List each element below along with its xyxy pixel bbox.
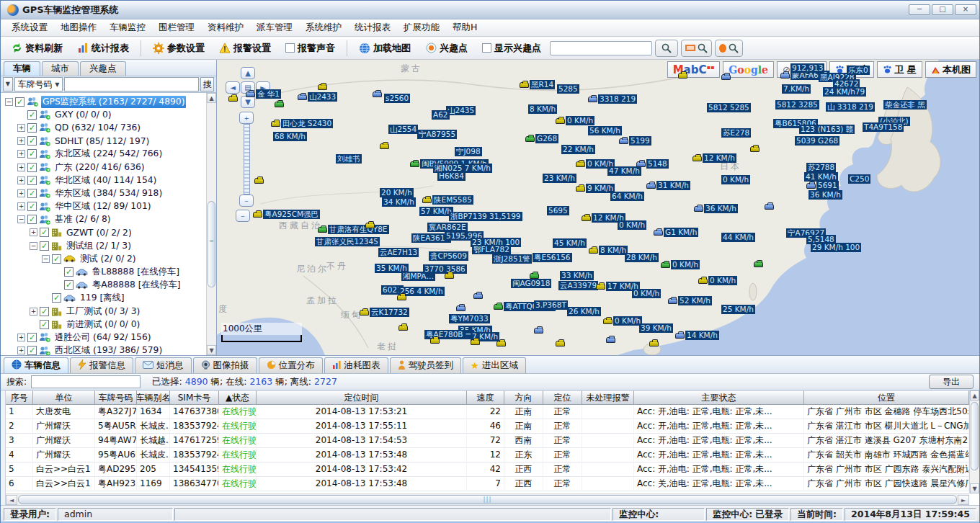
vehicle-marker[interactable]: 5695	[547, 206, 569, 215]
vehicle-marker[interactable]: 5199	[619, 136, 651, 146]
vehicle-marker[interactable]: 黑R14	[520, 80, 555, 89]
menu-item[interactable]: 帮助H	[446, 20, 484, 35]
vehicle-marker[interactable]: 山2435	[446, 106, 476, 115]
vehicle-marker[interactable]: 123 (N163) 赣	[799, 125, 855, 134]
vehicle-marker[interactable]: 田心龙 S2430	[271, 119, 333, 128]
scroll-up-icon[interactable]: ▲	[207, 93, 216, 103]
vehicle-marker[interactable]: 36 KM/h	[694, 204, 738, 213]
pan-up-button[interactable]: ▲	[241, 67, 255, 79]
vehicle-marker[interactable]: H6K84	[437, 171, 466, 181]
vehicle-marker[interactable]: 42672	[833, 79, 860, 89]
vehicle-marker[interactable]: 3.P368T	[534, 300, 568, 310]
tree-item[interactable]: ✓119 [离线]	[2, 292, 216, 305]
vehicle-marker[interactable]: 金 华1	[246, 89, 281, 99]
vehicle-marker[interactable]	[456, 305, 466, 311]
map-canvas[interactable]: ▲ ◄ ▤ ► ▼ ＋ － － MabC▪▪Google⊘卫星图百 度卫 星本机…	[217, 60, 979, 355]
tab-油耗图表[interactable]: 油耗图表	[324, 357, 388, 373]
vehicle-marker[interactable]: 0 KM/h	[603, 316, 642, 326]
expand-toggle[interactable]: −	[5, 98, 13, 106]
vehicle-marker[interactable]	[649, 341, 659, 347]
vehicle-marker[interactable]: 闽AG0918	[511, 279, 551, 288]
column-header[interactable]: 速度	[467, 390, 504, 405]
vehicle-marker[interactable]: 5039 G268	[795, 136, 839, 146]
vehicle-marker[interactable]: 26 KM/h	[567, 307, 601, 316]
vehicle-marker[interactable]	[473, 293, 483, 299]
vehicle-marker[interactable]: 云K17732	[360, 308, 409, 317]
table-row[interactable]: 3广州耀沃94粤AW7P...长城越...14761725931在线行驶2014…	[6, 434, 979, 448]
vehicle-marker[interactable]	[254, 178, 264, 184]
tree-item[interactable]: ✓鲁L88888 [在线停车]	[2, 265, 216, 278]
vehicle-marker[interactable]: 0 KM/h	[721, 175, 750, 184]
vehicle-marker[interactable]: 7.KM/h	[782, 84, 811, 94]
tree-checkbox[interactable]: ✓	[27, 123, 37, 133]
vehicle-marker[interactable]: 甘肃洛有生QY8E	[318, 225, 389, 234]
alarm-sound-checkbox[interactable]	[285, 43, 295, 53]
vehicle-marker[interactable]: 5148	[636, 159, 669, 169]
vehicle-marker[interactable]: 29 KM/h 100	[811, 243, 861, 252]
vehicle-marker[interactable]	[275, 102, 284, 107]
expand-toggle[interactable]: −	[42, 255, 50, 263]
vehicle-marker[interactable]	[530, 273, 539, 279]
tree-item[interactable]: −✓基准 (2/ 6/ 8)	[2, 213, 216, 226]
vehicle-marker[interactable]: 宁A87955	[417, 130, 457, 139]
tree-checkbox[interactable]: ✓	[64, 280, 74, 290]
tab-车辆信息[interactable]: 车辆信息	[4, 357, 68, 373]
search-button[interactable]	[655, 40, 678, 57]
export-button[interactable]: 导出	[929, 375, 974, 389]
column-header[interactable]: 定位	[543, 390, 582, 405]
scroll-down-icon[interactable]: ▼	[970, 483, 979, 493]
vehicle-marker[interactable]: T4A9T158	[863, 122, 904, 132]
scroll-up-icon[interactable]: ▲	[970, 390, 979, 401]
vehicle-marker[interactable]	[228, 96, 238, 102]
alarm-sound-toggle[interactable]: 报警声音	[280, 39, 341, 58]
tree-item[interactable]: ✓粤A88888 [在线停车]	[2, 279, 216, 292]
vehicle-marker[interactable]	[534, 328, 543, 334]
tree-checkbox[interactable]: ✓	[27, 189, 37, 198]
vehicle-marker[interactable]	[606, 337, 615, 343]
vehicle-marker[interactable]: 57 KM/h	[419, 207, 453, 216]
tree-checkbox[interactable]: ✓	[27, 136, 37, 146]
tree-item[interactable]: ✓GXY (0/ 0/ 0)	[2, 108, 216, 121]
toolbar-search-input[interactable]	[550, 41, 652, 55]
column-header[interactable]: SIM卡号	[170, 390, 219, 405]
column-header[interactable]: 车牌号码	[95, 390, 137, 405]
vehicle-marker[interactable]: 5285	[557, 84, 579, 94]
pan-left-button[interactable]: ◄	[226, 81, 240, 94]
map-provider-baidusat[interactable]: 卫 星	[877, 61, 922, 78]
area-search-button[interactable]	[681, 40, 712, 57]
column-header[interactable]: ▲状态	[219, 390, 257, 405]
vehicle-marker[interactable]	[765, 204, 774, 210]
tree-item[interactable]: +✓SDHLT (85/ 112/ 197)	[2, 135, 216, 148]
vehicle-marker[interactable]	[556, 341, 565, 347]
vehicle-marker[interactable]: 56 KM/h	[588, 126, 622, 135]
tree-checkbox[interactable]: ✓	[27, 176, 37, 185]
vehicle-marker[interactable]	[373, 91, 382, 97]
tree-checkbox[interactable]: ✓	[27, 149, 37, 158]
tree-checkbox[interactable]: ✓	[52, 293, 61, 303]
column-header[interactable]: 车辆别名	[137, 390, 170, 405]
menu-item[interactable]: 派车管理	[250, 20, 299, 35]
vehicle-marker[interactable]: 浙BP7139 31,5199	[449, 212, 522, 221]
vehicle-marker[interactable]: 云AE7H13	[378, 248, 419, 257]
expand-toggle[interactable]: +	[17, 164, 25, 171]
column-header[interactable]: 序号	[6, 390, 33, 405]
expand-toggle[interactable]: +	[30, 228, 37, 236]
vehicle-marker[interactable]: 柴金还非 黑	[883, 100, 927, 109]
table-row[interactable]: 6白云>>白云1粤AH9231116913863477010在线行驶2014-0…	[6, 477, 979, 491]
vehicle-marker[interactable]: 5812 3285	[775, 100, 819, 109]
expand-toggle[interactable]: −	[30, 242, 37, 250]
vehicle-marker[interactable]: 20 KM/h	[380, 188, 414, 197]
expand-toggle[interactable]: +	[17, 202, 25, 210]
tree-checkbox[interactable]: ✓	[40, 307, 49, 316]
vehicle-marker[interactable]: 0 KM/h	[661, 260, 700, 269]
vehicle-marker[interactable]: 8 KM/h	[528, 104, 557, 114]
tree-checkbox[interactable]: ✓	[52, 254, 61, 264]
table-hscroll-thumb[interactable]: |||	[18, 495, 957, 504]
tree-item[interactable]: +✓QD (632/ 104/ 736)	[2, 121, 216, 134]
vehicle-marker[interactable]: 36 KM/h	[808, 190, 842, 200]
vehicle-marker[interactable]: 粤E56156	[533, 253, 572, 262]
column-header[interactable]: 未处理报警	[582, 390, 634, 405]
vehicle-marker[interactable]	[365, 223, 375, 228]
expand-toggle[interactable]: +	[17, 150, 25, 158]
vehicle-marker[interactable]: 9 KM/h	[576, 184, 615, 193]
